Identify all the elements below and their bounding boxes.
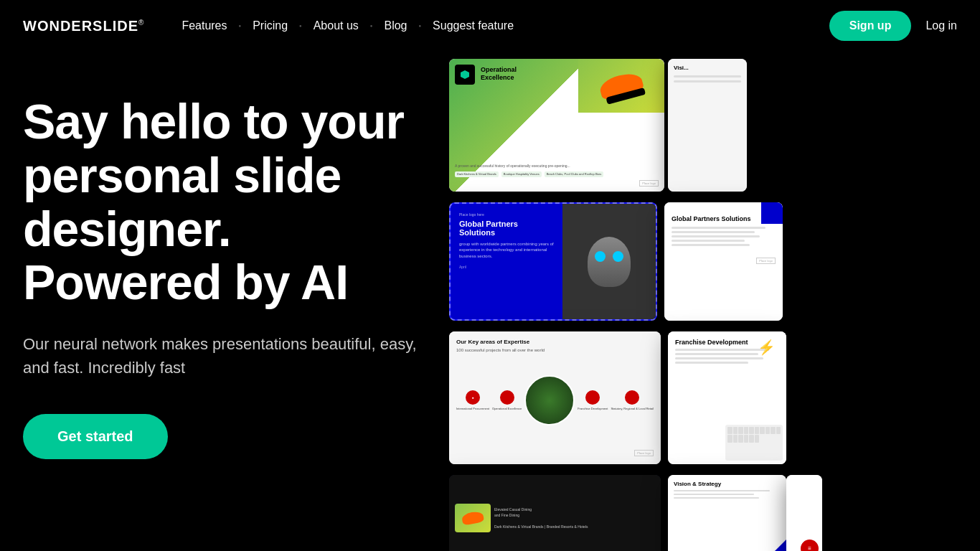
place-logo-expertise: Place logo (456, 444, 654, 457)
shoe-image (578, 59, 664, 113)
slide-preview-grid: Operational Excellence A proven and succ… (449, 52, 980, 551)
blue-accent (761, 202, 783, 224)
circle-item-2: Operational Excellence (492, 390, 522, 410)
robot-image (562, 204, 656, 319)
op-desc: A proven and successful history of opera… (455, 164, 659, 186)
robot-head (588, 237, 631, 287)
slide-card-vision-partial: Visi... (668, 59, 747, 192)
get-started-button[interactable]: Get started (23, 414, 168, 459)
op-title: Operational Excellence (481, 66, 538, 82)
shoe-shape (598, 70, 645, 102)
op-description: A proven and successful history of opera… (455, 164, 659, 169)
circle-dot-4 (625, 390, 639, 405)
nav-features[interactable]: Features (179, 19, 230, 32)
nav-links: Features ● Pricing ● About us ● Blog ● S… (179, 19, 829, 32)
hero-title: Say hello to your personal slide designe… (23, 95, 482, 309)
circle-dot-3 (585, 390, 600, 405)
login-button[interactable]: Log in (925, 19, 957, 32)
nav-separator-4: ● (418, 24, 421, 28)
slide-card-elevated: Elevated Casual Diningand Fine Dining Da… (449, 475, 661, 551)
center-circle-image (524, 375, 575, 425)
mini-shoe-shape (461, 511, 484, 526)
global-white-lines (672, 227, 776, 246)
place-logo-white: Place logo (672, 252, 776, 265)
global-blue-text: Place logo here Global Partners Solution… (451, 204, 562, 319)
vision-strategy-title: Vision & Strategy (674, 481, 781, 487)
expertise-sub: 100 successful projects from all over th… (456, 348, 654, 352)
hero-subtitle: Our neural network makes presentations b… (23, 332, 425, 380)
slide-card-operational: Operational Excellence A proven and succ… (449, 59, 664, 192)
nav-separator-2: ● (299, 24, 302, 28)
hexagon-icon (460, 70, 470, 80)
keyboard-visual (725, 425, 783, 461)
mini-shoe (455, 504, 491, 532)
nav-pricing[interactable]: Pricing (250, 19, 291, 32)
nav-suggest[interactable]: Suggest feature (430, 19, 517, 32)
hero-title-line3: Powered by AI (23, 255, 348, 309)
circle-item-1: ● International Procurement (456, 390, 489, 410)
place-logo-label: Place logo here (459, 212, 554, 217)
nav-actions: Sign up Log in (829, 11, 957, 41)
hero-text-block: Say hello to your personal slide designe… (23, 80, 482, 459)
circle-dot-2 (500, 390, 514, 405)
vision-strategy-lines (674, 490, 781, 499)
op-tags: Dark Kitchens & Virtual Brands Boutique … (455, 171, 659, 177)
global-blue-inner: Place logo here Global Partners Solution… (451, 204, 656, 319)
slide-card-franchise: ⚡ Franchise Development (668, 331, 786, 464)
global-date: April (459, 265, 554, 269)
expertise-title: Our Key areas of Expertise (456, 339, 654, 345)
slide-card-expertise: Our Key areas of Expertise 100 successfu… (449, 331, 661, 464)
expertise-inner: Our Key areas of Expertise 100 successfu… (449, 331, 661, 464)
elevated-inner: Elevated Casual Diningand Fine Dining Da… (449, 475, 661, 551)
slide-card-global-blue: Place logo here Global Partners Solution… (449, 202, 657, 321)
nav-separator-3: ● (370, 24, 373, 28)
slide-card-global-white: Global Partners Solutions Place logo (664, 202, 783, 321)
brand-name: WONDERSLIDE (23, 18, 138, 34)
red-partial-inner: ≡ (786, 475, 822, 551)
global-white-text: Global Partners Solutions Place logo (672, 209, 776, 265)
hero-section: Say hello to your personal slide designe… (0, 52, 980, 551)
slide-card-vision-strategy: Vision & Strategy (668, 475, 786, 551)
nav-about[interactable]: About us (311, 19, 362, 32)
red-circle-icon: ≡ (801, 540, 819, 551)
lightning-icon: ⚡ (758, 339, 776, 356)
circle-dot-1: ● (466, 390, 480, 405)
global-white-title: Global Partners Solutions (672, 215, 776, 222)
global-blue-title: Global Partners Solutions (459, 220, 554, 237)
vision-partial-title: Visi... (674, 65, 741, 71)
navbar: WONDERSLIDE® Features ● Pricing ● About … (0, 0, 980, 52)
nav-blog[interactable]: Blog (381, 19, 410, 32)
op-badge (455, 65, 475, 85)
hero-title-line2: personal slide designer. (23, 148, 341, 256)
vision-partial-inner: Visi... (668, 59, 747, 192)
slide-card-red-partial: ≡ (786, 475, 822, 551)
place-logo-op: Place logo (455, 180, 659, 186)
circle-item-3: Franchise Development (578, 390, 608, 410)
nav-separator-1: ● (239, 24, 242, 28)
signup-button[interactable]: Sign up (829, 11, 912, 41)
blue-triangle-accent (765, 540, 786, 551)
expertise-circles: ● International Procurement Operational … (456, 357, 654, 444)
svg-marker-0 (461, 70, 469, 79)
global-blue-desc: group with worldwide partners combining … (459, 241, 554, 259)
franchise-inner: ⚡ Franchise Development (668, 331, 786, 464)
elevated-text: Elevated Casual Diningand Fine Dining Da… (494, 507, 588, 529)
vision-strategy-inner: Vision & Strategy (668, 475, 786, 551)
global-white-inner: Global Partners Solutions Place logo (664, 202, 783, 321)
hero-title-line1: Say hello to your (23, 94, 404, 149)
circle-item-4: Statutory, Regional & Local Retail (611, 390, 654, 410)
brand-logo[interactable]: WONDERSLIDE® (23, 18, 144, 34)
brand-trademark: ® (138, 19, 144, 27)
